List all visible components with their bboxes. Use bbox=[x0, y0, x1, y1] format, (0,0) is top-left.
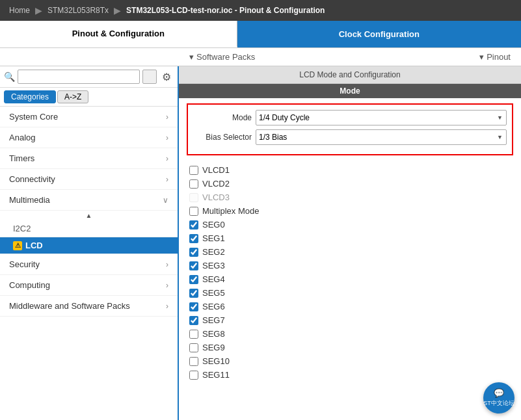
checkbox-row: SEG8 bbox=[189, 327, 511, 341]
checkbox-seg6[interactable] bbox=[189, 302, 198, 311]
checkbox-label: SEG3 bbox=[202, 261, 225, 270]
tab-categories[interactable]: Categories bbox=[4, 90, 56, 103]
checkbox-seg9[interactable] bbox=[189, 343, 198, 352]
software-packs-btn[interactable]: ▾ Software Packs bbox=[185, 51, 259, 63]
tab-clock[interactable]: Clock Configuration bbox=[237, 21, 521, 47]
mode-fields-box: Mode 1/4 Duty Cycle 1/2 Duty Cycle Stati… bbox=[187, 103, 513, 155]
bias-label: Bias Selector bbox=[193, 133, 252, 142]
checkbox-label: SEG11 bbox=[202, 370, 230, 380]
checkbox-vlcd2[interactable] bbox=[189, 179, 198, 189]
checkbox-seg1[interactable] bbox=[189, 234, 198, 243]
checkbox-seg2[interactable] bbox=[189, 248, 198, 257]
sidebar-item-computing[interactable]: Computing › bbox=[0, 275, 178, 296]
chevron-right-icon: › bbox=[166, 302, 168, 311]
sidebar-item-system-core[interactable]: System Core › bbox=[0, 107, 178, 127]
sidebar-tab-bar: Categories A->Z bbox=[0, 88, 178, 107]
chat-bubble[interactable]: 💬 ST中文论坛 bbox=[483, 382, 514, 413]
search-icon: 🔍 bbox=[4, 72, 15, 82]
checkbox-label: VLCD2 bbox=[202, 179, 230, 189]
sidebar-sub-item-lcd[interactable]: ⚠ LCD bbox=[0, 237, 178, 254]
checkbox-seg11[interactable] bbox=[189, 371, 198, 380]
scroll-up-arrow[interactable]: ▲ bbox=[0, 211, 178, 220]
checkbox-label: SEG7 bbox=[202, 315, 225, 325]
checkbox-label: Multiplex Mode bbox=[202, 206, 259, 216]
sidebar-item-middleware[interactable]: Middleware and Software Packs › bbox=[0, 296, 178, 317]
chat-icon: 💬 bbox=[494, 388, 504, 398]
mode-section-label: Mode bbox=[179, 84, 521, 98]
checkbox-label: VLCD3 bbox=[202, 192, 230, 202]
checkbox-seg0[interactable] bbox=[189, 220, 198, 230]
checkbox-seg7[interactable] bbox=[189, 316, 198, 325]
checkbox-vlcd1[interactable] bbox=[189, 166, 198, 175]
checkbox-seg10[interactable] bbox=[189, 357, 198, 366]
checkbox-row: VLCD3 bbox=[189, 190, 511, 204]
checkbox-seg8[interactable] bbox=[189, 330, 198, 339]
sidebar-item-analog[interactable]: Analog › bbox=[0, 127, 178, 148]
chevron-right-icon: › bbox=[166, 260, 168, 269]
sidebar: 🔍 ⚙ Categories A->Z System Core › Analog… bbox=[0, 66, 179, 420]
checkbox-seg4[interactable] bbox=[189, 275, 198, 284]
checkbox-row: VLCD2 bbox=[189, 177, 511, 190]
content-area: LCD Mode and Configuration Mode Mode 1/4… bbox=[179, 66, 521, 420]
chevron-right-icon: › bbox=[166, 112, 168, 122]
sub-toolbar: ▾ Software Packs ▾ Pinout bbox=[0, 48, 521, 66]
checkbox-row: SEG0 bbox=[189, 218, 511, 231]
checkbox-row: SEG5 bbox=[189, 286, 511, 300]
chevron-down-icon: ∨ bbox=[163, 196, 168, 205]
sidebar-item-timers[interactable]: Timers › bbox=[0, 148, 178, 169]
sidebar-search-bar: 🔍 ⚙ bbox=[0, 66, 178, 88]
checkbox-label: SEG5 bbox=[202, 288, 225, 298]
main-layout: 🔍 ⚙ Categories A->Z System Core › Analog… bbox=[0, 66, 521, 420]
checkbox-row: SEG4 bbox=[189, 272, 511, 286]
checkbox-multiplex-mode[interactable] bbox=[189, 207, 198, 216]
chevron-right-icon: › bbox=[166, 281, 168, 290]
sidebar-item-security[interactable]: Security › bbox=[0, 254, 178, 275]
checkbox-label: SEG6 bbox=[202, 302, 225, 311]
mode-select[interactable]: 1/4 Duty Cycle 1/2 Duty Cycle Static 1/3… bbox=[256, 110, 507, 125]
sidebar-item-multimedia[interactable]: Multimedia ∨ bbox=[0, 190, 178, 211]
breadcrumb-current: STM32L053-LCD-test-nor.ioc - Pinout & Co… bbox=[122, 6, 328, 15]
checkbox-list: VLCD1VLCD2VLCD3Multiplex ModeSEG0SEG1SEG… bbox=[179, 161, 521, 384]
mode-field-row: Mode 1/4 Duty Cycle 1/2 Duty Cycle Stati… bbox=[193, 110, 507, 125]
checkbox-row: SEG7 bbox=[189, 313, 511, 327]
checkbox-seg5[interactable] bbox=[189, 289, 198, 298]
pinout-label: Pinout bbox=[487, 52, 511, 62]
checkbox-label: VLCD1 bbox=[202, 165, 230, 175]
top-tabs: Pinout & Configuration Clock Configurati… bbox=[0, 21, 521, 48]
bias-select[interactable]: 1/3 Bias 1/2 Bias bbox=[256, 129, 507, 145]
dropdown-icon: ▾ bbox=[189, 52, 194, 62]
checkbox-label: SEG0 bbox=[202, 220, 225, 230]
bias-select-wrapper: 1/3 Bias 1/2 Bias bbox=[256, 129, 507, 145]
checkbox-row: Multiplex Mode bbox=[189, 204, 511, 218]
mode-label: Mode bbox=[193, 113, 252, 122]
software-packs-label: Software Packs bbox=[196, 52, 255, 62]
tab-az[interactable]: A->Z bbox=[57, 90, 88, 103]
search-input[interactable] bbox=[18, 70, 140, 84]
search-dropdown[interactable] bbox=[142, 70, 157, 84]
breadcrumb-sep-1: ▶ bbox=[35, 5, 42, 16]
sidebar-item-connectivity[interactable]: Connectivity › bbox=[0, 169, 178, 190]
pinout-btn[interactable]: ▾ Pinout bbox=[475, 51, 514, 63]
tab-pinout[interactable]: Pinout & Configuration bbox=[0, 21, 237, 47]
sidebar-item-list: System Core › Analog › Timers › Connecti… bbox=[0, 107, 178, 420]
warning-icon: ⚠ bbox=[13, 241, 22, 250]
mode-select-wrapper: 1/4 Duty Cycle 1/2 Duty Cycle Static 1/3… bbox=[256, 110, 507, 125]
checkbox-row: VLCD1 bbox=[189, 163, 511, 177]
breadcrumb-home[interactable]: Home bbox=[5, 6, 34, 15]
checkbox-seg3[interactable] bbox=[189, 261, 198, 270]
bias-field-row: Bias Selector 1/3 Bias 1/2 Bias bbox=[193, 129, 507, 145]
content-header: LCD Mode and Configuration bbox=[179, 66, 521, 84]
chevron-right-icon: › bbox=[166, 133, 168, 142]
checkbox-row: SEG9 bbox=[189, 341, 511, 354]
checkbox-label: SEG1 bbox=[202, 233, 225, 243]
checkbox-label: SEG10 bbox=[202, 356, 230, 366]
checkbox-row: SEG3 bbox=[189, 259, 511, 272]
breadcrumb-device[interactable]: STM32L053R8Tx bbox=[44, 6, 113, 15]
breadcrumb: Home ▶ STM32L053R8Tx ▶ STM32L053-LCD-tes… bbox=[0, 0, 521, 21]
checkbox-row: SEG10 bbox=[189, 354, 511, 368]
breadcrumb-sep-2: ▶ bbox=[114, 5, 121, 16]
sidebar-sub-item-i2c2[interactable]: I2C2 bbox=[0, 220, 178, 237]
checkbox-row: SEG1 bbox=[189, 231, 511, 245]
gear-button[interactable]: ⚙ bbox=[159, 70, 174, 84]
checkbox-vlcd3[interactable] bbox=[189, 193, 198, 202]
